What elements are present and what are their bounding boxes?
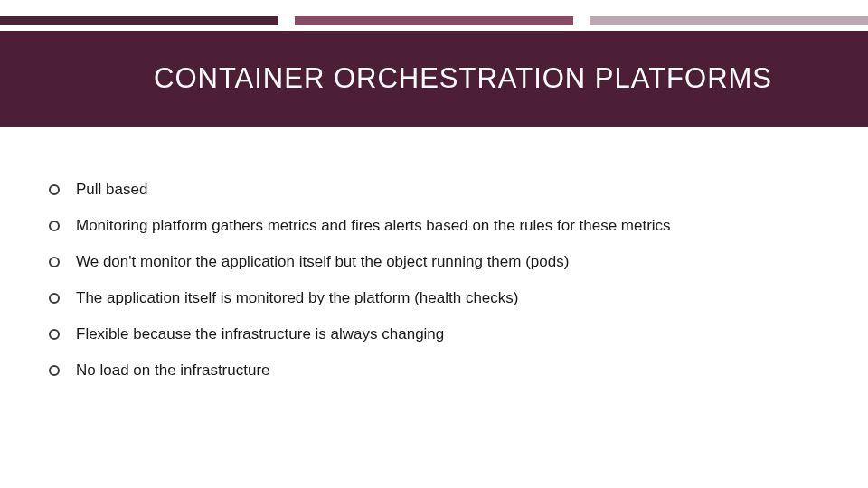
circle-bullet-icon	[49, 257, 60, 267]
circle-bullet-icon	[49, 329, 60, 340]
circle-bullet-icon	[49, 184, 60, 195]
list-item: Monitoring platform gathers metrics and …	[49, 217, 832, 235]
list-item: Flexible because the infrastructure is a…	[49, 325, 832, 343]
list-item: We don't monitor the application itself …	[49, 253, 832, 271]
bullet-text: We don't monitor the application itself …	[76, 253, 569, 271]
bullet-text: Monitoring platform gathers metrics and …	[76, 217, 671, 235]
circle-bullet-icon	[49, 221, 60, 231]
bullet-list: Pull based Monitoring platform gathers m…	[49, 181, 832, 380]
circle-bullet-icon	[49, 293, 60, 304]
slide: CONTAINER ORCHESTRATION PLATFORMS Pull b…	[0, 0, 868, 488]
slide-body: Pull based Monitoring platform gathers m…	[49, 181, 832, 398]
accent-segment-mid	[295, 16, 573, 25]
circle-bullet-icon	[49, 365, 60, 376]
list-item: No load on the infrastructure	[49, 361, 832, 380]
bullet-text: No load on the infrastructure	[76, 361, 270, 380]
bullet-text: Pull based	[76, 181, 147, 199]
list-item: The application itself is monitored by t…	[49, 289, 832, 307]
slide-title: CONTAINER ORCHESTRATION PLATFORMS	[154, 62, 772, 95]
bullet-text: Flexible because the infrastructure is a…	[76, 325, 444, 343]
title-bar: CONTAINER ORCHESTRATION PLATFORMS	[0, 31, 868, 127]
accent-segment-dark	[0, 16, 278, 25]
bullet-text: The application itself is monitored by t…	[76, 289, 518, 307]
accent-bar	[0, 16, 868, 25]
list-item: Pull based	[49, 181, 832, 199]
accent-segment-light	[590, 16, 868, 25]
